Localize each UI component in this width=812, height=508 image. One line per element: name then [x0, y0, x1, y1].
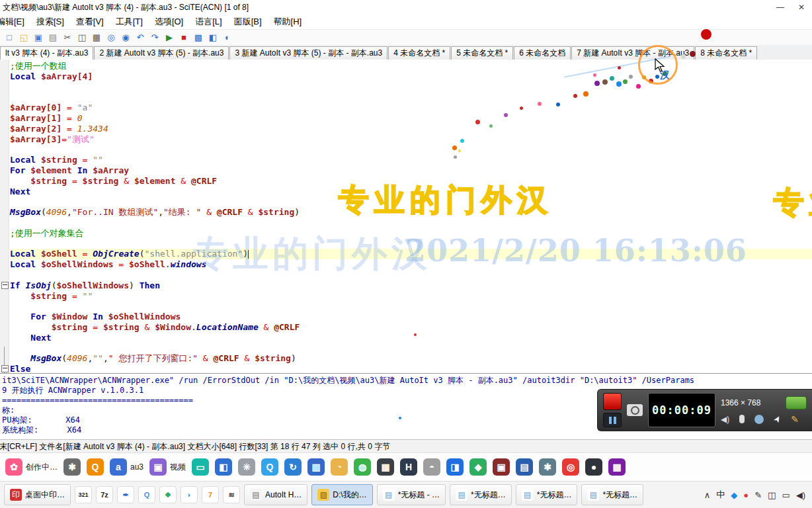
chat-icon[interactable]: ◗: [181, 486, 198, 503]
desktop-print-window[interactable]: 印桌面中印…: [4, 484, 71, 505]
new-file-icon[interactable]: □: [3, 32, 15, 44]
ime-chinese-icon[interactable]: 中: [716, 489, 725, 501]
swirl-app[interactable]: ✳: [238, 458, 255, 476]
calculator-app[interactable]: ▦: [377, 458, 394, 476]
undo-icon[interactable]: ↶: [134, 32, 146, 44]
green-diamond-app[interactable]: ◆: [469, 458, 487, 476]
qq-app[interactable]: Q: [261, 458, 278, 476]
calendar-321-icon[interactable]: 321: [75, 486, 92, 503]
contacts-app[interactable]: ◔: [331, 458, 348, 476]
redo-icon[interactable]: ↷: [149, 32, 161, 44]
office-purple[interactable]: ▦: [608, 458, 626, 476]
menu-item-3[interactable]: 工具[T]: [110, 16, 149, 28]
code-token: $string: [103, 322, 140, 332]
record-button[interactable]: [603, 393, 622, 410]
close-button[interactable]: ✕: [791, 0, 812, 15]
bank-app[interactable]: ▥: [307, 458, 325, 476]
tray-display-icon[interactable]: ▭: [782, 490, 790, 500]
tray-red-icon[interactable]: ●: [743, 490, 749, 500]
tab-2[interactable]: 2 新建 AutoIt v3 脚本 (5) - 副本.au3: [94, 46, 229, 60]
tray-pen-icon[interactable]: ✎: [754, 490, 762, 500]
dark-circle-app[interactable]: ●: [585, 458, 602, 476]
target-app[interactable]: ◎: [562, 458, 579, 476]
bilibili-creation[interactable]: ✿创作中…: [5, 458, 58, 476]
menu-item-7[interactable]: 帮助[H]: [268, 16, 308, 28]
run-icon[interactable]: ▶: [163, 32, 175, 44]
notepad-window-3[interactable]: ▤*无标题…: [516, 484, 578, 505]
open-folder-icon[interactable]: ◱: [18, 32, 30, 44]
gear-small[interactable]: ✱: [539, 458, 556, 476]
notepad-window-1[interactable]: ▤*无标题 - …: [377, 484, 446, 505]
replace-icon[interactable]: ◉: [120, 32, 132, 44]
speaker-icon[interactable]: ◀): [721, 415, 729, 424]
autoit-help-window[interactable]: ▤AutoIt H…: [244, 484, 307, 505]
settings-gear[interactable]: ✱: [63, 458, 81, 476]
fold-marker-icon[interactable]: [1, 365, 9, 372]
cut-icon[interactable]: ✂: [61, 32, 73, 44]
q-player-icon[interactable]: Q: [138, 486, 155, 503]
print-icon[interactable]: ▤: [47, 32, 59, 44]
menu-item-0[interactable]: 编辑[E]: [0, 16, 30, 28]
tab-5[interactable]: 5 未命名文档 *: [451, 46, 513, 60]
7zip-icon[interactable]: 7z: [96, 486, 113, 503]
code-token: .: [191, 322, 196, 332]
tray-expand-icon[interactable]: ∧: [704, 490, 711, 500]
au3-folder[interactable]: aau3: [110, 458, 143, 476]
confetti-dot: [520, 106, 523, 110]
tray-volume-icon[interactable]: ◀): [796, 490, 805, 500]
panel-tool-icon[interactable]: ◧: [207, 32, 219, 44]
menu-item-5[interactable]: 语言[L]: [189, 16, 227, 28]
microphone-icon[interactable]: [739, 415, 745, 423]
red-app[interactable]: ▣: [493, 458, 510, 476]
tab-3[interactable]: 3 新建 AutoIt v3 脚本 (5) - 副本 - 副本.au3: [229, 46, 387, 60]
menu-item-6[interactable]: 面版[B]: [228, 16, 268, 28]
cube-app[interactable]: ◨: [446, 458, 464, 476]
menu-bar: 编辑[E]搜索[S]查看[V]工具[T]选项[O]语言[L]面版[B]帮助[H]: [0, 15, 812, 29]
menu-item-1[interactable]: 搜索[S]: [30, 16, 70, 28]
notepad-window-4[interactable]: ▤*无标题…: [581, 484, 643, 505]
code-token: [10, 333, 30, 343]
webcam-avatar-icon[interactable]: [754, 415, 764, 424]
notepad-window-2[interactable]: ▤*无标题…: [450, 484, 512, 505]
tab-1[interactable]: lt v3 脚本 (4) - 副本.au3: [0, 46, 93, 60]
ink-tool-icon[interactable]: ≋: [223, 486, 240, 503]
video-folder[interactable]: ▣视频: [149, 458, 186, 476]
menu-item-4[interactable]: 选项[O]: [149, 16, 189, 28]
au3-folder-label: au3: [130, 462, 143, 472]
image-tool-icon[interactable]: ▩: [192, 32, 204, 44]
steam-app[interactable]: ◓: [423, 458, 440, 476]
cursor-capture-icon[interactable]: ➤: [771, 413, 783, 425]
grid-blue-app[interactable]: ▤: [516, 458, 533, 476]
search-orange[interactable]: Q: [87, 458, 104, 476]
paste-icon[interactable]: ▦: [91, 32, 102, 44]
green-tool-icon[interactable]: ❖: [159, 486, 177, 503]
browser-green[interactable]: ◍: [354, 458, 371, 476]
hex-app[interactable]: H: [400, 458, 417, 476]
code-editor[interactable]: ;使用一个数组Local $aArray[4]$aArray[0] = "a"$…: [0, 60, 812, 373]
draw-pencil-icon[interactable]: ✎: [791, 414, 799, 425]
seven-help-icon[interactable]: 7: [202, 486, 219, 503]
camera-icon[interactable]: [627, 404, 643, 416]
media-player[interactable]: ▭: [192, 458, 209, 476]
tab-8[interactable]: 8 未命名文档 *: [695, 46, 757, 60]
window-app[interactable]: ◧: [215, 458, 232, 476]
fold-marker-icon[interactable]: [1, 282, 9, 289]
feather-icon[interactable]: ✒: [117, 486, 134, 503]
copy-icon[interactable]: ◫: [76, 32, 88, 44]
tray-blue-icon[interactable]: ◆: [731, 490, 737, 500]
recorder-green-button[interactable]: [786, 396, 807, 409]
info-icon[interactable]: ◐: [222, 32, 233, 44]
sync-app[interactable]: ↻: [284, 458, 302, 476]
tray-touch-icon[interactable]: ◫: [768, 490, 776, 500]
pause-button[interactable]: [603, 413, 622, 427]
find-icon[interactable]: ◎: [105, 32, 117, 44]
minimize-button[interactable]: —: [770, 0, 791, 15]
menu-item-2[interactable]: 查看[V]: [70, 16, 110, 28]
code-line-6: $aArray[1] = 0: [10, 113, 812, 124]
save-icon[interactable]: ▣: [32, 32, 44, 44]
explorer-window[interactable]: ▨D:\我的…: [311, 484, 372, 505]
tab-6[interactable]: 6 未命名文档: [514, 46, 571, 60]
red-app-icon: ▣: [493, 458, 510, 476]
tab-4[interactable]: 4 未命名文档 *: [388, 46, 450, 60]
stop-icon[interactable]: ■: [178, 32, 190, 44]
